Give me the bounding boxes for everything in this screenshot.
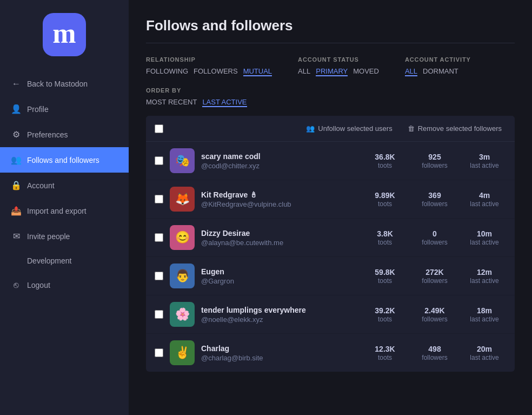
followers-count: 272K	[413, 268, 456, 276]
avatar: 🌸	[170, 302, 195, 327]
last-active-label: last active	[463, 239, 506, 246]
filter-following[interactable]: FOLLOWING	[146, 66, 188, 76]
user-handle: @noelle@elekk.xyz	[201, 315, 357, 324]
user-info: Charlag @charlag@birb.site	[201, 344, 357, 362]
user-checkbox-2[interactable]	[155, 233, 163, 242]
table-row: 😊 Dizzy Desirae @alayna@be.cutewith.me 3…	[146, 219, 515, 257]
unfollow-label: Unfollow selected users	[318, 124, 392, 133]
stat-last-active: 18m last active	[463, 306, 506, 323]
user-info: scary name codl @codl@chitter.xyz	[201, 152, 357, 170]
sidebar-item-import-and-export[interactable]: 📤 Import and export	[0, 198, 129, 223]
last-active-label: last active	[463, 277, 506, 285]
user-handle: @charlag@birb.site	[201, 354, 357, 362]
stat-followers: 0 followers	[413, 229, 456, 246]
nav-label-preferences: Preferences	[27, 130, 68, 139]
sidebar-item-back-to-mastodon[interactable]: ← Back to Mastodon	[0, 71, 129, 96]
filter-moved[interactable]: MOVED	[353, 66, 379, 76]
sidebar-item-profile[interactable]: 👤 Profile	[0, 96, 129, 122]
toots-label: toots	[363, 277, 407, 285]
nav-label-import-and-export: Import and export	[27, 207, 87, 215]
user-checkbox-4[interactable]	[155, 310, 163, 319]
stat-toots: 36.8K toots	[363, 153, 407, 169]
remove-label: Remove selected followers	[418, 124, 502, 133]
filter-mutual[interactable]: MUTUAL	[243, 66, 272, 76]
filter-last-active[interactable]: LAST ACTIVE	[202, 97, 247, 107]
stat-last-active: 20m last active	[463, 345, 506, 361]
avatar: 🎭	[170, 148, 195, 173]
relationship-filter: RELATIONSHIP FOLLOWING FOLLOWERS MUTUAL	[146, 56, 272, 76]
user-info: tender lumplings everywhere @noelle@elek…	[201, 306, 357, 324]
nav-icon-account: 🔒	[11, 180, 22, 190]
stat-last-active: 3m last active	[463, 153, 506, 169]
user-rows: 🎭 scary name codl @codl@chitter.xyz 36.8…	[146, 142, 515, 372]
relationship-options: FOLLOWING FOLLOWERS MUTUAL	[146, 66, 272, 76]
select-all-checkbox[interactable]	[155, 124, 163, 133]
user-handle: @codl@chitter.xyz	[201, 162, 357, 170]
toots-count: 12.3K	[363, 345, 407, 353]
filter-all-activity[interactable]: ALL	[405, 66, 417, 76]
filter-dormant[interactable]: DORMANT	[423, 66, 458, 76]
last-active-value: 10m	[463, 229, 506, 238]
followers-count: 369	[413, 191, 456, 200]
filter-all-status[interactable]: ALL	[298, 66, 310, 76]
followers-label: followers	[413, 239, 456, 246]
followers-count: 498	[413, 345, 456, 353]
page-title: Follows and followers	[146, 17, 515, 43]
user-handle: @Gargron	[201, 277, 357, 285]
table-row: 🌸 tender lumplings everywhere @noelle@el…	[146, 295, 515, 334]
avatar: ✌	[170, 340, 195, 365]
nav-label-profile: Profile	[27, 105, 49, 114]
table-header: 👥 Unfollow selected users 🗑 Remove selec…	[146, 116, 515, 142]
sidebar-item-account[interactable]: 🔒 Account	[0, 173, 129, 198]
toots-label: toots	[363, 354, 407, 361]
stat-followers: 369 followers	[413, 191, 456, 208]
sidebar-item-development[interactable]: Development	[0, 249, 129, 273]
nav-label-invite-people: Invite people	[27, 232, 70, 241]
last-active-value: 20m	[463, 345, 506, 353]
user-checkbox-1[interactable]	[155, 195, 163, 203]
last-active-value: 4m	[463, 191, 506, 200]
stat-toots: 3.8K toots	[363, 229, 407, 246]
filter-primary[interactable]: PRIMARY	[316, 66, 348, 76]
last-active-label: last active	[463, 200, 506, 208]
bulk-actions: 👥 Unfollow selected users 🗑 Remove selec…	[302, 122, 506, 135]
account-status-label: ACCOUNT STATUS	[298, 56, 379, 63]
nav-icon-logout: ⎋	[11, 280, 22, 290]
sidebar-item-preferences[interactable]: ⚙ Preferences	[0, 122, 129, 147]
last-active-value: 18m	[463, 306, 506, 315]
sidebar-item-logout[interactable]: ⎋ Logout	[0, 273, 129, 298]
logo: m	[43, 13, 86, 56]
sidebar-item-invite-people[interactable]: ✉ Invite people	[0, 223, 129, 249]
stat-toots: 39.2K toots	[363, 306, 407, 323]
toots-label: toots	[363, 239, 407, 246]
filter-most-recent[interactable]: MOST RECENT	[146, 97, 197, 107]
remove-followers-button[interactable]: 🗑 Remove selected followers	[403, 122, 506, 135]
logo-letter: m	[52, 19, 76, 48]
table-row: ✌ Charlag @charlag@birb.site 12.3K toots…	[146, 334, 515, 372]
stat-last-active: 4m last active	[463, 191, 506, 208]
followers-count: 925	[413, 153, 456, 161]
user-checkbox-0[interactable]	[155, 156, 163, 165]
filter-followers[interactable]: FOLLOWERS	[194, 66, 238, 76]
user-name: Charlag	[201, 344, 357, 353]
unfollow-selected-button[interactable]: 👥 Unfollow selected users	[302, 122, 396, 135]
nav-label-back-to-mastodon: Back to Mastodon	[27, 80, 88, 88]
followers-count: 0	[413, 229, 456, 238]
followers-label: followers	[413, 277, 456, 285]
logo-container: m	[0, 0, 129, 67]
user-checkbox-3[interactable]	[155, 272, 163, 280]
last-active-value: 3m	[463, 153, 506, 161]
filters-section: RELATIONSHIP FOLLOWING FOLLOWERS MUTUAL …	[146, 56, 515, 76]
stat-toots: 59.8K toots	[363, 268, 407, 285]
avatar: 🦊	[170, 187, 195, 212]
sidebar-item-follows-and-followers[interactable]: 👥 Follows and followers	[0, 147, 129, 173]
user-handle: @KitRedgrave@vulpine.club	[201, 200, 357, 208]
table-row: 🦊 Kit Redgrave 🕯 @KitRedgrave@vulpine.cl…	[146, 180, 515, 219]
order-by-label: ORDER BY	[146, 87, 247, 94]
user-info: Dizzy Desirae @alayna@be.cutewith.me	[201, 229, 357, 247]
followers-label: followers	[413, 315, 456, 323]
followers-count: 2.49K	[413, 306, 456, 315]
account-activity-options: ALL DORMANT	[405, 66, 471, 76]
user-checkbox-5[interactable]	[155, 348, 163, 357]
last-active-label: last active	[463, 162, 506, 169]
